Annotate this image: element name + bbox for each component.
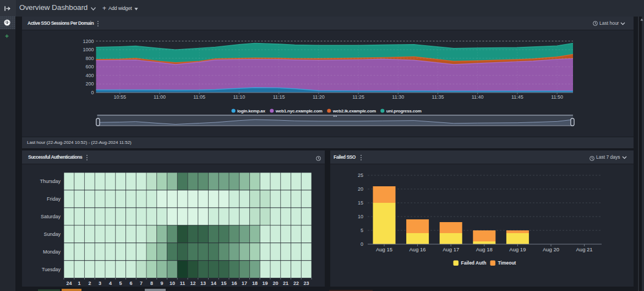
svg-text:16: 16 — [231, 281, 237, 286]
svg-text:Monday: Monday — [43, 249, 61, 255]
svg-text:17: 17 — [242, 281, 247, 286]
svg-text:18: 18 — [252, 281, 258, 286]
svg-text:11:15: 11:15 — [273, 94, 285, 100]
svg-text:11: 11 — [180, 281, 185, 286]
svg-text:Failed Auth: Failed Auth — [461, 260, 487, 266]
svg-text:14: 14 — [211, 281, 216, 286]
svg-text:3: 3 — [99, 281, 101, 286]
svg-text:11:35: 11:35 — [432, 94, 444, 100]
svg-text:5: 5 — [119, 281, 122, 286]
svg-text:Aug 17: Aug 17 — [443, 246, 459, 252]
svg-text:23: 23 — [304, 281, 309, 286]
svg-text:2: 2 — [88, 281, 91, 286]
svg-text:4: 4 — [109, 281, 112, 286]
svg-text:5: 5 — [361, 228, 363, 233]
svg-text:8: 8 — [150, 281, 153, 286]
svg-text:11:30: 11:30 — [392, 94, 404, 100]
svg-text:0: 0 — [91, 90, 94, 95]
svg-text:Timeout: Timeout — [498, 260, 516, 266]
svg-text:11:20: 11:20 — [313, 94, 325, 100]
svg-text:login.kemp.ax: login.kemp.ax — [237, 109, 265, 114]
svg-text:11:40: 11:40 — [472, 94, 484, 100]
svg-text:1: 1 — [78, 281, 81, 286]
svg-text:11:10: 11:10 — [233, 94, 245, 100]
svg-text:Aug 21: Aug 21 — [576, 246, 593, 252]
svg-text:200: 200 — [85, 81, 94, 87]
svg-text:19: 19 — [263, 281, 268, 286]
svg-text:20: 20 — [272, 281, 278, 286]
svg-text:uni.progress.com: uni.progress.com — [386, 109, 422, 114]
svg-text:Aug 20: Aug 20 — [543, 246, 559, 252]
svg-text:10: 10 — [170, 281, 175, 286]
svg-text:1000: 1000 — [83, 47, 94, 52]
svg-text:Sunday: Sunday — [43, 231, 61, 237]
svg-text:Friday: Friday — [47, 196, 61, 202]
svg-text:6: 6 — [129, 281, 132, 286]
svg-text:24: 24 — [66, 281, 72, 286]
svg-text:15: 15 — [358, 200, 363, 206]
svg-text:800: 800 — [85, 56, 94, 61]
svg-text:11:25: 11:25 — [352, 94, 364, 100]
svg-text:0: 0 — [361, 241, 363, 247]
svg-text:11:50: 11:50 — [551, 94, 563, 100]
svg-text:Aug 18: Aug 18 — [476, 246, 493, 252]
svg-text:10: 10 — [358, 214, 363, 219]
svg-text:11:45: 11:45 — [511, 94, 523, 100]
svg-text:7: 7 — [140, 281, 143, 286]
svg-text:Saturday: Saturday — [41, 214, 61, 219]
svg-text:9: 9 — [161, 281, 163, 286]
svg-text:13: 13 — [200, 281, 206, 286]
svg-text:22: 22 — [293, 281, 299, 286]
svg-text:21: 21 — [283, 281, 288, 286]
svg-text:11:00: 11:00 — [154, 94, 166, 100]
svg-text:11:05: 11:05 — [193, 94, 205, 100]
svg-text:Tuesday: Tuesday — [42, 267, 61, 272]
svg-text:600: 600 — [85, 64, 94, 69]
svg-text:1200: 1200 — [83, 39, 94, 44]
svg-text:Aug 19: Aug 19 — [509, 246, 526, 252]
svg-text:web2.lk.example.com: web2.lk.example.com — [332, 109, 376, 114]
svg-text:12: 12 — [190, 281, 195, 286]
svg-text:20: 20 — [358, 186, 363, 192]
svg-text:15: 15 — [221, 281, 227, 286]
svg-text:Aug 16: Aug 16 — [410, 246, 426, 252]
svg-text:Thursday: Thursday — [40, 179, 61, 184]
svg-text:web1.nyc.example.com: web1.nyc.example.com — [275, 109, 323, 114]
svg-text:10:55: 10:55 — [114, 94, 127, 100]
svg-text:400: 400 — [85, 73, 94, 78]
svg-text:Aug 15: Aug 15 — [376, 246, 392, 252]
svg-text:25: 25 — [358, 173, 363, 178]
